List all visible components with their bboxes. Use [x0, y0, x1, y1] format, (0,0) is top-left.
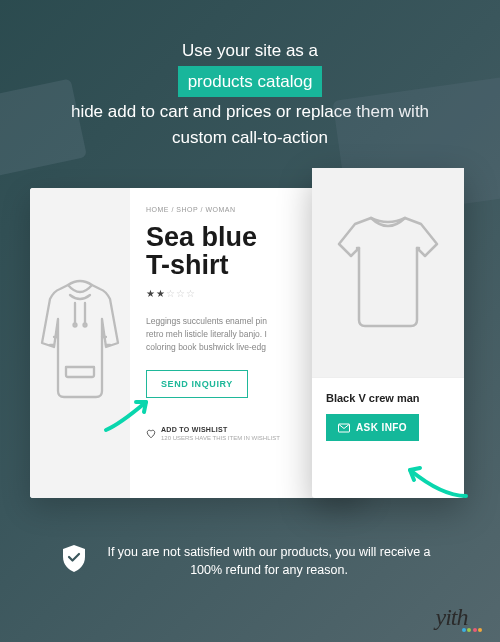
hoodie-icon [40, 273, 120, 413]
svg-point-1 [84, 324, 87, 327]
product-image-hoodie [30, 188, 130, 498]
product-grid-card: Black V crew man ASK INFO [312, 168, 464, 498]
heart-icon [146, 429, 156, 439]
tshirt-icon [333, 208, 443, 338]
ask-info-button[interactable]: ASK INFO [326, 414, 419, 441]
brand-dots [462, 628, 483, 632]
wishlist-sub: 120 USERS HAVE THIS ITEM IN WISHLIST [161, 435, 280, 441]
wishlist-label: ADD TO WISHLIST [161, 426, 280, 433]
headline-line1: Use your site as a [182, 41, 318, 60]
send-inquiry-button[interactable]: SEND INQUIRY [146, 370, 248, 398]
headline-highlight: products catalog [178, 66, 323, 98]
product-image-tshirt [312, 168, 464, 378]
guarantee-row: If you are not satisfied with our produc… [0, 543, 500, 581]
envelope-icon [338, 423, 350, 433]
mockup-container: HOME / SHOP / WOMAN Sea blue T-shirt ★★☆… [30, 168, 470, 528]
brand-logo: yith [436, 604, 483, 632]
brand-name: yith [436, 604, 483, 631]
grid-product-name: Black V crew man [326, 392, 450, 404]
shield-icon [61, 543, 87, 573]
guarantee-text: If you are not satisfied with our produc… [99, 543, 439, 581]
headline-line2b: custom call-to-action [172, 128, 328, 147]
svg-point-0 [74, 324, 77, 327]
